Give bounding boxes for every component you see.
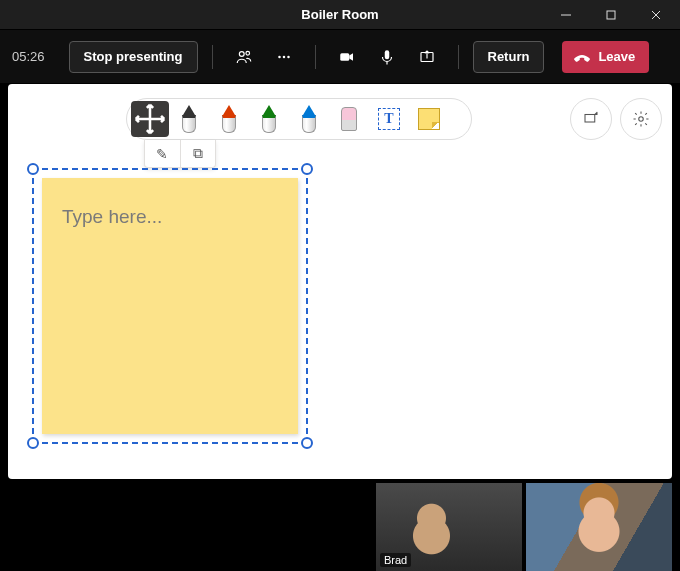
svg-rect-13 [585, 115, 595, 123]
divider [458, 45, 459, 69]
people-icon[interactable] [227, 40, 261, 74]
pen-green[interactable] [249, 100, 289, 138]
resize-handle-tr[interactable] [301, 163, 313, 175]
gear-icon [632, 110, 650, 128]
text-tool[interactable]: T [369, 100, 409, 138]
move-tool[interactable] [131, 101, 169, 137]
participant-tile[interactable]: Brad [376, 483, 522, 571]
stop-presenting-button[interactable]: Stop presenting [69, 41, 198, 73]
note-placeholder: Type here... [62, 206, 278, 228]
return-button[interactable]: Return [473, 41, 545, 73]
settings-button[interactable] [620, 98, 662, 140]
participant-name: Brad [380, 553, 411, 567]
video-feed [526, 483, 672, 571]
svg-rect-10 [384, 50, 389, 59]
selection-box[interactable]: Type here... [32, 168, 308, 444]
minimize-button[interactable] [543, 0, 588, 30]
close-button[interactable] [633, 0, 678, 30]
sub-pen-icon[interactable]: ✎ [145, 140, 180, 167]
leave-button[interactable]: Leave [562, 41, 649, 73]
sticky-note[interactable]: Type here... [42, 178, 298, 434]
pen-black[interactable] [169, 100, 209, 138]
leave-label: Leave [598, 49, 635, 64]
svg-rect-9 [340, 53, 349, 61]
call-timer: 05:26 [12, 49, 45, 64]
window-controls [543, 0, 678, 30]
divider [315, 45, 316, 69]
divider [212, 45, 213, 69]
tool-subbar: ✎ ⧉ [144, 140, 216, 168]
eraser-tool[interactable] [329, 100, 369, 138]
sticky-note-tool[interactable] [409, 100, 449, 138]
titlebar: Boiler Room [0, 0, 680, 30]
share-icon[interactable] [410, 40, 444, 74]
hangup-icon [572, 47, 592, 67]
pen-red[interactable] [209, 100, 249, 138]
svg-point-8 [287, 55, 290, 58]
resize-handle-br[interactable] [301, 437, 313, 449]
sub-copy-icon[interactable]: ⧉ [180, 140, 216, 167]
maximize-button[interactable] [588, 0, 633, 30]
participant-tile[interactable] [526, 483, 672, 571]
svg-rect-1 [607, 11, 615, 19]
resize-handle-bl[interactable] [27, 437, 39, 449]
present-mode-button[interactable] [570, 98, 612, 140]
call-toolbar: 05:26 Stop presenting Return Leave [0, 30, 680, 84]
svg-point-4 [239, 51, 244, 56]
svg-point-5 [245, 51, 249, 55]
svg-point-6 [278, 55, 281, 58]
more-icon[interactable] [267, 40, 301, 74]
whiteboard-canvas[interactable]: T ✎ ⧉ Type here... [8, 84, 672, 479]
svg-point-7 [282, 55, 285, 58]
participant-strip: Brad [0, 479, 680, 571]
svg-point-14 [639, 117, 644, 122]
pen-blue[interactable] [289, 100, 329, 138]
whiteboard-toolbar: T [126, 98, 472, 140]
resize-handle-tl[interactable] [27, 163, 39, 175]
mic-icon[interactable] [370, 40, 404, 74]
camera-icon[interactable] [330, 40, 364, 74]
